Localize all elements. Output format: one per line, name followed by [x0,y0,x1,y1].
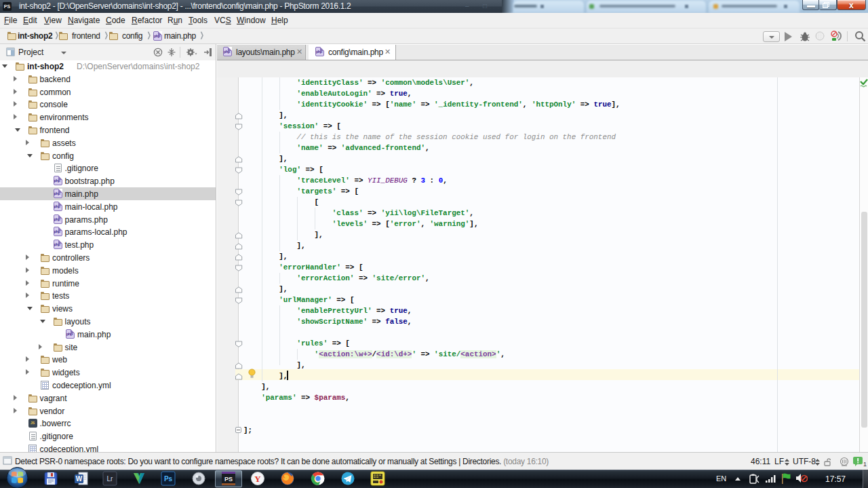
svg-text:Y: Y [254,474,261,484]
svg-text:PS: PS [224,476,233,483]
svg-text:Ps: Ps [164,475,173,483]
svg-text:W: W [76,475,83,483]
svg-text:Lr: Lr [107,475,114,483]
svg-text:1: 1 [863,461,867,468]
